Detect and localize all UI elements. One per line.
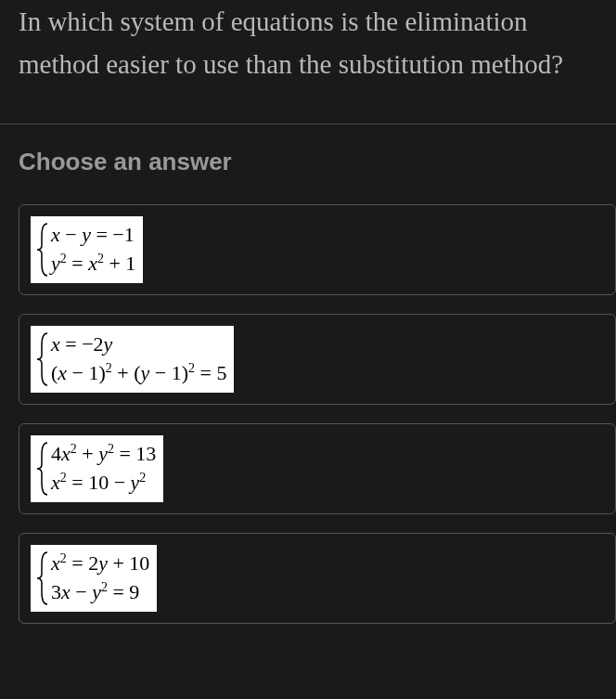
math-system-b: x = −2y (x − 1)2 + (y − 1)2 = 5 bbox=[31, 326, 234, 393]
equation-c2: x2 = 10 − y2 bbox=[51, 471, 156, 496]
equation-a1: x − y = −1 bbox=[51, 223, 135, 247]
math-system-c: 4x2 + y2 = 13 x2 = 10 − y2 bbox=[31, 435, 163, 502]
answer-prompt: Choose an answer bbox=[19, 148, 616, 176]
left-brace-icon bbox=[34, 331, 51, 387]
question-text: In which system of equations is the elim… bbox=[19, 0, 597, 86]
equation-a2: y2 = x2 + 1 bbox=[51, 252, 135, 277]
equation-d2: 3x − y2 = 9 bbox=[51, 580, 149, 605]
answer-option-b[interactable]: x = −2y (x − 1)2 + (y − 1)2 = 5 bbox=[19, 314, 616, 405]
answer-option-a[interactable]: x − y = −1 y2 = x2 + 1 bbox=[19, 204, 616, 295]
answer-option-d[interactable]: x2 = 2y + 10 3x − y2 = 9 bbox=[19, 533, 616, 624]
left-brace-icon bbox=[34, 222, 51, 278]
equation-b1: x = −2y bbox=[51, 332, 226, 356]
left-brace-icon bbox=[34, 550, 51, 606]
math-system-d: x2 = 2y + 10 3x − y2 = 9 bbox=[31, 545, 157, 612]
equation-c1: 4x2 + y2 = 13 bbox=[51, 442, 156, 467]
equation-d1: x2 = 2y + 10 bbox=[51, 551, 149, 576]
left-brace-icon bbox=[34, 441, 51, 497]
question-section: In which system of equations is the elim… bbox=[0, 0, 616, 124]
equation-b2: (x − 1)2 + (y − 1)2 = 5 bbox=[51, 361, 226, 386]
answer-option-c[interactable]: 4x2 + y2 = 13 x2 = 10 − y2 bbox=[19, 423, 616, 514]
math-system-a: x − y = −1 y2 = x2 + 1 bbox=[31, 216, 143, 283]
answer-section: Choose an answer x − y = −1 y2 = x2 + 1 bbox=[0, 124, 616, 624]
